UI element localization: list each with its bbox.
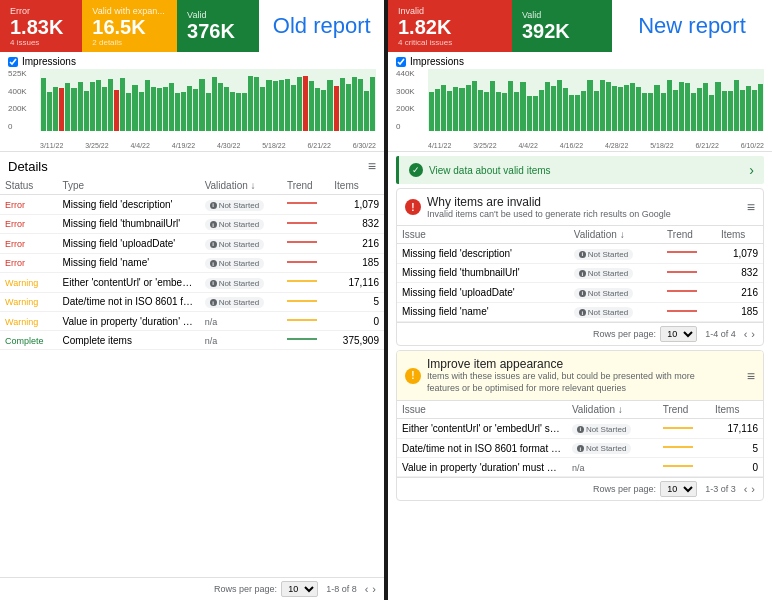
validation-cell: i Not Started xyxy=(200,195,282,215)
old-impressions-checkbox[interactable] xyxy=(8,57,18,67)
validation-cell: n/a xyxy=(200,331,282,350)
old-error-label: Error xyxy=(10,6,72,16)
chart-bar xyxy=(478,90,483,131)
chart-bar xyxy=(41,78,46,131)
invalid-prev-btn[interactable]: ‹ xyxy=(744,328,748,340)
validation-cell: i Not Started xyxy=(569,283,662,303)
validation-cell: i Not Started xyxy=(200,273,282,293)
issue-cell: Value in property 'duration' must be pos… xyxy=(397,458,567,477)
chart-bar xyxy=(199,79,204,132)
invalid-filter-icon[interactable]: ≡ xyxy=(747,199,755,215)
table-row[interactable]: Error Missing field 'name' i Not Started… xyxy=(0,253,384,273)
items-cell: 5 xyxy=(329,292,384,312)
old-chart-bars xyxy=(40,69,376,131)
improve-footer: Rows per page: 1025 1-3 of 3 ‹ › xyxy=(397,477,763,500)
table-row[interactable]: Complete Complete items n/a 375,909 xyxy=(0,331,384,350)
old-valid-label: Valid xyxy=(187,10,249,20)
table-row[interactable]: Error Missing field 'uploadDate' i Not S… xyxy=(0,234,384,254)
chart-bar xyxy=(557,80,562,131)
improve-rows-select[interactable]: 1025 xyxy=(660,481,697,497)
info-dot: i xyxy=(579,270,586,277)
table-row[interactable]: Error Missing field 'description' i Not … xyxy=(0,195,384,215)
chart-bar xyxy=(139,92,144,131)
chart-bar xyxy=(90,82,95,131)
chart-bar xyxy=(248,76,253,131)
not-started-badge: i Not Started xyxy=(574,268,633,279)
table-row[interactable]: Either 'contentUrl' or 'embedUrl' should… xyxy=(397,419,763,439)
not-started-badge: i Not Started xyxy=(205,297,264,308)
old-report-panel: Error 1.83K 4 issues Valid with expan...… xyxy=(0,0,384,600)
chart-bar xyxy=(520,82,525,131)
trend-line xyxy=(667,306,697,316)
old-next-btn[interactable]: › xyxy=(372,583,376,595)
chart-bar xyxy=(697,88,702,131)
table-row[interactable]: Missing field 'name' i Not Started 185 xyxy=(397,302,763,322)
old-report-title: Old report xyxy=(259,0,384,52)
chart-bar xyxy=(59,88,64,131)
info-dot: i xyxy=(210,299,217,306)
chart-bar xyxy=(624,85,629,131)
table-row[interactable]: Missing field 'description' i Not Starte… xyxy=(397,244,763,264)
old-stats-bar: Error 1.83K 4 issues Valid with expan...… xyxy=(0,0,384,52)
col-validation[interactable]: Validation ↓ xyxy=(200,177,282,195)
chart-bar xyxy=(236,93,241,131)
improve-prev-btn[interactable]: ‹ xyxy=(744,483,748,495)
warning-triangle-icon: ! xyxy=(405,368,421,384)
trend-line xyxy=(663,442,693,452)
imp-col-validation[interactable]: Validation ↓ xyxy=(567,401,658,419)
chart-bar xyxy=(175,93,180,131)
chart-bar xyxy=(108,79,113,131)
invalid-next-btn[interactable]: › xyxy=(751,328,755,340)
status-cell: Complete xyxy=(5,336,44,346)
table-row[interactable]: Missing field 'uploadDate' i Not Started… xyxy=(397,283,763,303)
table-row[interactable]: Missing field 'thumbnailUrl' i Not Start… xyxy=(397,263,763,283)
old-warning-stat: Valid with expan... 16.5K 2 details xyxy=(82,0,177,52)
table-row[interactable]: Date/time not in ISO 8601 format in fiel… xyxy=(397,438,763,458)
old-page-info: 1-8 of 8 xyxy=(326,584,357,594)
chart-bar xyxy=(661,93,666,131)
type-cell: Complete items xyxy=(57,331,199,350)
col-type: Type xyxy=(57,177,199,195)
chart-bar xyxy=(169,83,174,131)
improve-section-header: ! Improve item appearance Items with the… xyxy=(397,351,763,401)
chart-bar xyxy=(581,91,586,131)
table-row[interactable]: Warning Value in property 'duration' mus… xyxy=(0,312,384,331)
items-cell: 216 xyxy=(329,234,384,254)
info-dot: i xyxy=(579,290,586,297)
old-rows-select[interactable]: 10 25 50 xyxy=(281,581,318,597)
chart-bar xyxy=(187,86,192,131)
chart-bar xyxy=(466,85,471,131)
status-cell: Warning xyxy=(5,297,38,307)
table-row[interactable]: Error Missing field 'thumbnailUrl' i Not… xyxy=(0,214,384,234)
old-prev-btn[interactable]: ‹ xyxy=(365,583,369,595)
not-started-badge: i Not Started xyxy=(205,219,264,230)
chart-bar xyxy=(260,87,265,131)
improve-filter-icon[interactable]: ≡ xyxy=(747,368,755,384)
new-valid-label: Valid xyxy=(522,10,602,20)
issue-cell: Missing field 'name' xyxy=(397,302,569,322)
check-circle-icon: ✓ xyxy=(409,163,423,177)
old-filter-icon[interactable]: ≡ xyxy=(368,158,376,174)
invalid-rows-per-page: Rows per page: 1025 xyxy=(593,326,697,342)
old-warning-value: 16.5K xyxy=(92,16,167,38)
trend-cell xyxy=(662,302,716,322)
new-impressions-checkbox[interactable] xyxy=(396,57,406,67)
validation-cell: i Not Started xyxy=(200,214,282,234)
invalid-rows-select[interactable]: 1025 xyxy=(660,326,697,342)
type-cell: Value in property 'duration' must be pos… xyxy=(57,312,199,331)
trend-line xyxy=(287,198,317,208)
improve-section-subtitle: Items with these issues are valid, but c… xyxy=(427,371,727,394)
table-row[interactable]: Warning Either 'contentUrl' or 'embedUrl… xyxy=(0,273,384,293)
validation-cell: i Not Started xyxy=(200,292,282,312)
validation-cell: i Not Started xyxy=(567,419,658,439)
table-row[interactable]: Value in property 'duration' must be pos… xyxy=(397,458,763,477)
old-warning-sub: 2 details xyxy=(92,38,167,47)
chart-bar xyxy=(722,91,727,131)
info-dot: i xyxy=(577,426,584,433)
trend-line xyxy=(663,461,693,471)
valid-items-banner[interactable]: ✓ View data about valid items › xyxy=(396,156,764,184)
chart-bar xyxy=(126,93,131,131)
inv-col-validation[interactable]: Validation ↓ xyxy=(569,226,662,244)
improve-next-btn[interactable]: › xyxy=(751,483,755,495)
table-row[interactable]: Warning Date/time not in ISO 8601 format… xyxy=(0,292,384,312)
